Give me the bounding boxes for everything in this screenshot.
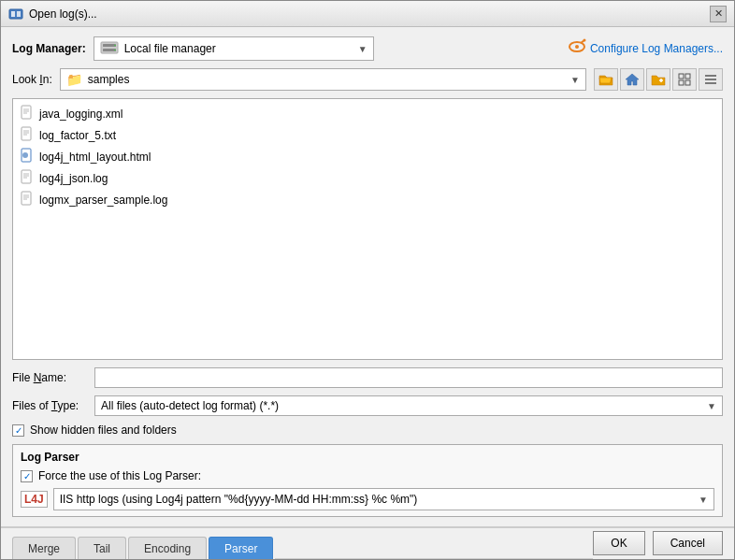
parser-dropdown-row: L4J IIS http logs (using Log4j pattern "…: [21, 488, 714, 510]
svg-rect-19: [685, 80, 690, 85]
files-type-arrow-icon: ▼: [707, 401, 716, 411]
svg-point-11: [575, 45, 579, 49]
log-manager-value: Local file manager: [124, 42, 353, 55]
svg-rect-18: [679, 80, 684, 85]
title-bar: Open log(s)... ✕: [1, 1, 734, 27]
server-icon: [100, 39, 119, 59]
svg-rect-5: [101, 42, 118, 53]
svg-rect-17: [685, 74, 690, 79]
parser-value: IIS http logs (using Log4j pattern "%d{y…: [60, 493, 699, 506]
tab-merge[interactable]: Merge: [12, 537, 76, 559]
configure-link[interactable]: Configure Log Managers...: [568, 37, 723, 61]
svg-rect-1: [11, 11, 15, 17]
tab-encoding[interactable]: Encoding: [128, 537, 207, 559]
svg-rect-27: [22, 127, 31, 140]
folder-icon: 📁: [66, 72, 82, 87]
log-manager-dropdown[interactable]: Local file manager ▼: [94, 36, 374, 61]
grid-view-button[interactable]: [672, 68, 697, 91]
configure-icon: [568, 37, 586, 61]
file-name: log_factor_5.txt: [39, 129, 116, 142]
svg-rect-23: [22, 106, 31, 119]
file-list[interactable]: java_logging.xml log_factor_5.txt log4j_…: [12, 98, 723, 360]
home-button[interactable]: [620, 68, 644, 91]
window-title: Open log(s)...: [29, 7, 97, 21]
cancel-button[interactable]: Cancel: [653, 531, 723, 555]
files-type-dropdown[interactable]: All files (auto-detect log format) (*.*)…: [94, 395, 723, 416]
file-icon-xml: [21, 105, 34, 122]
content-area: Log Manager: Local file manager ▼: [1, 27, 734, 526]
svg-rect-33: [22, 170, 31, 183]
bottom-tabs: Merge Tail Encoding Parser OK Cancel: [1, 527, 734, 559]
log-manager-label: Log Manager:: [12, 42, 86, 55]
file-name-row: File Name:: [12, 367, 723, 388]
tab-parser[interactable]: Parser: [209, 537, 273, 559]
svg-rect-16: [679, 74, 684, 79]
file-icon-html: [21, 148, 34, 165]
close-button[interactable]: ✕: [710, 6, 727, 22]
log-manager-left: Log Manager: Local file manager ▼: [12, 36, 374, 61]
svg-rect-37: [22, 192, 31, 205]
file-icon-log2: [21, 191, 34, 208]
open-folder-button[interactable]: [594, 68, 618, 91]
log-parser-title: Log Parser: [21, 451, 714, 464]
file-name: java_logging.xml: [39, 108, 122, 121]
file-name: logmx_parser_sample.log: [39, 194, 167, 207]
svg-point-8: [114, 44, 116, 46]
show-hidden-checkbox[interactable]: [12, 424, 24, 437]
look-in-arrow-icon: ▼: [570, 75, 580, 85]
title-bar-left: Open log(s)...: [8, 7, 97, 22]
look-in-label: Look In:: [12, 73, 52, 86]
force-parser-checkbox[interactable]: [21, 470, 33, 482]
svg-point-9: [114, 49, 116, 50]
log-manager-arrow-icon: ▼: [358, 44, 368, 54]
file-name-label: File Name:: [12, 371, 87, 384]
new-folder-button[interactable]: [646, 68, 670, 91]
force-parser-row: Force the use of this Log Parser:: [21, 469, 714, 482]
file-name: log4j_json.log: [39, 172, 108, 185]
file-name: log4j_html_layout.html: [39, 151, 151, 164]
parser-arrow-icon: ▼: [699, 495, 708, 505]
svg-rect-7: [103, 49, 116, 51]
toolbar-buttons: [594, 68, 723, 91]
files-type-row: Files of Type: All files (auto-detect lo…: [12, 395, 723, 416]
hidden-files-row: Show hidden files and folders: [12, 424, 723, 437]
configure-link-text: Configure Log Managers...: [590, 42, 723, 55]
svg-point-32: [22, 152, 28, 158]
files-type-label: Files of Type:: [12, 399, 87, 412]
svg-point-13: [583, 38, 585, 41]
list-view-button[interactable]: [699, 68, 723, 91]
svg-rect-6: [103, 44, 116, 47]
files-type-value: All files (auto-detect log format) (*.*): [101, 399, 707, 412]
log-manager-row: Log Manager: Local file manager ▼: [12, 36, 723, 61]
parser-logo: L4J: [21, 491, 48, 508]
list-item[interactable]: log4j_html_layout.html: [17, 146, 718, 167]
show-hidden-label: Show hidden files and folders: [30, 424, 177, 437]
list-item[interactable]: log_factor_5.txt: [17, 124, 718, 146]
tab-tail[interactable]: Tail: [78, 537, 126, 559]
ok-button[interactable]: OK: [593, 531, 644, 555]
window-icon: [8, 7, 23, 22]
log-parser-section: Log Parser Force the use of this Log Par…: [12, 444, 723, 517]
look-in-value: samples: [88, 73, 565, 86]
file-icon-txt: [21, 126, 34, 144]
look-in-dropdown[interactable]: 📁 samples ▼: [60, 68, 586, 91]
file-icon-log: [21, 169, 34, 187]
list-item[interactable]: java_logging.xml: [17, 103, 718, 124]
list-item[interactable]: log4j_json.log: [17, 167, 718, 189]
look-in-row: Look In: 📁 samples ▼: [12, 68, 723, 91]
parser-select[interactable]: IIS http logs (using Log4j pattern "%d{y…: [53, 488, 714, 510]
list-item[interactable]: logmx_parser_sample.log: [17, 189, 718, 210]
file-name-input[interactable]: [94, 367, 723, 388]
main-window: Open log(s)... ✕ Log Manager:: [0, 0, 735, 560]
force-parser-label: Force the use of this Log Parser:: [38, 469, 201, 482]
